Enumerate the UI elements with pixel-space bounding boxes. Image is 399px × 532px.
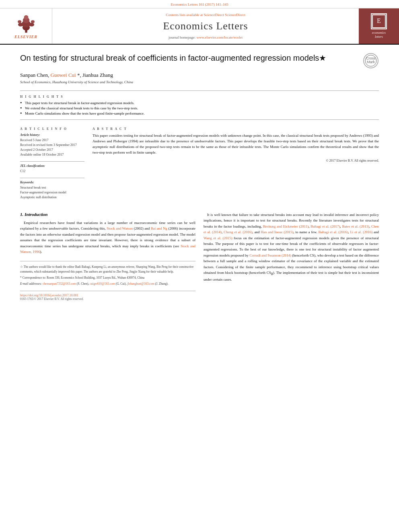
highlight-item-1: This paper tests for structural break in…	[20, 101, 379, 105]
keywords-label: Keywords:	[20, 181, 84, 184]
history-label: Article history:	[20, 133, 84, 137]
ref-corradi-swanson[interactable]: Corradi and Swanson (2014)	[249, 253, 291, 257]
received-date: Received 5 June 2017	[20, 138, 84, 143]
elsevier-tree-icon	[14, 14, 38, 34]
introduction-section: 1. Introduction Empirical researchers ha…	[20, 212, 379, 301]
ref-bates[interactable]: Bates et al. (2013)	[342, 224, 369, 228]
jel-code: C12	[20, 169, 84, 174]
keyword-1: Structural break test	[20, 185, 84, 190]
ref-baltagi-2017[interactable]: Baltagi et al. (2017)	[311, 224, 340, 228]
footnote-section: ☆ The authors would like to thank the ed…	[20, 261, 195, 301]
highlight-item-3: Monte Carlo simulations show that the te…	[20, 111, 379, 115]
journal-header-center: Contents lists available at ScienceDirec…	[52, 8, 359, 44]
svg-point-4	[24, 15, 28, 19]
svg-text:Mark: Mark	[367, 60, 375, 64]
ref-bai-ng[interactable]: Bai and Ng	[151, 226, 167, 230]
jel-label: JEL classification:	[20, 164, 84, 168]
sciencedirect-availability: Contents lists available at ScienceDirec…	[166, 13, 245, 17]
crossmark-svg: Cross Mark	[363, 53, 379, 69]
article-info-column: A R T I C L E I N F O Article history: R…	[20, 124, 84, 204]
available-date: Available online 18 October 2017	[20, 152, 84, 157]
authors: Sanpan Chen, Guowei Cui *, Jianhua Zhang	[20, 72, 379, 78]
svg-text:E: E	[377, 17, 381, 24]
article-info-label: A R T I C L E I N F O	[20, 127, 84, 131]
elsevier-wordmark: ELSEVIER	[14, 35, 37, 39]
journal-badge: E economics letters	[359, 8, 399, 44]
svg-point-8	[31, 20, 34, 23]
footnote-1: ☆ The authors would like to thank the ed…	[20, 265, 195, 274]
intro-right-column: It is well known that failure to take st…	[204, 212, 379, 301]
abstract-section: A B S T R A C T This paper considers tes…	[93, 124, 379, 204]
ref-stock-watson-2002[interactable]: Stock and Watson	[107, 226, 133, 230]
keyword-3: Asymptotic null distribution	[20, 195, 84, 200]
issn-copyright: 0165-1765/© 2017 Elsevier B.V. All right…	[20, 297, 195, 301]
keyword-2: Factor-augmented regression model	[20, 190, 84, 195]
ref-wang[interactable]: Wang et al. (2015)	[204, 236, 232, 240]
journal-homepage: journal homepage: www.elsevier.com/locat…	[169, 35, 243, 39]
doi-section: https://doi.org/10.1016/j.econlet.2017.1…	[20, 291, 195, 301]
footnote-2: * Correspondence to: Room 330, Economics…	[20, 275, 195, 280]
journal-reference-bar: Economics Letters 161 (2017) 141–145	[0, 0, 399, 8]
ref-han-inoue[interactable]: Han and Inoue (2015)	[261, 230, 293, 234]
info-abstract-divider	[20, 119, 379, 120]
ref-breitung[interactable]: Breitung and Eickmeier (2011)	[263, 224, 309, 228]
homepage-url[interactable]: www.elsevier.com/locate/ecolet	[197, 35, 243, 39]
highlights-label: H I G H L I G H T S	[20, 95, 379, 99]
svg-point-7	[18, 20, 21, 23]
crossmark-logo[interactable]: Cross Mark	[363, 53, 379, 69]
email-chen[interactable]: chensanpan7332@163.com	[43, 282, 76, 286]
svg-point-6	[29, 23, 34, 26]
highlight-item-2: We extend the classical structural break…	[20, 106, 379, 110]
ref-li[interactable]: Li et al. (2016)	[350, 230, 372, 234]
intro-heading: 1. Introduction	[20, 212, 195, 217]
badge-svg-icon: E	[372, 14, 386, 29]
abstract-text: This paper considers testing for structu…	[93, 133, 379, 156]
ref-cheng[interactable]: Cheng et al. (2016)	[224, 230, 252, 234]
svg-point-5	[18, 23, 23, 26]
highlights-list: This paper tests for structural break in…	[20, 101, 379, 115]
intro-para-2: It is well known that failure to take st…	[204, 212, 379, 282]
email-zhang[interactable]: jlzhanghust@163.com	[127, 282, 154, 286]
main-content: On testing for structural break of coeff…	[0, 45, 399, 309]
abstract-copyright: © 2017 Elsevier B.V. All rights reserved…	[93, 159, 379, 162]
author-cui[interactable]: Guowei Cui	[50, 72, 76, 78]
article-history: Article history: Received 5 June 2017 Re…	[20, 133, 84, 157]
author-zhang: Jianhua Zhang	[82, 72, 113, 78]
ref-stock-watson-1996[interactable]: Stock and Watson, 1996	[20, 244, 195, 254]
badge-label: economics letters	[372, 31, 386, 39]
doi-link[interactable]: https://doi.org/10.1016/j.econlet.2017.1…	[20, 294, 195, 297]
ref-baltagi-2016[interactable]: Baltagi et al. (2016)	[318, 230, 348, 234]
article-title: On testing for structural break of coeff…	[20, 53, 355, 63]
intro-para-1: Empirical researchers have found that va…	[20, 220, 195, 255]
intro-left-column: 1. Introduction Empirical researchers ha…	[20, 212, 195, 301]
affiliation: School of Economics, Huazhong University…	[20, 80, 379, 84]
info-divider-2	[20, 178, 84, 178]
sciencedirect-link-text[interactable]: ScienceDirect	[225, 13, 245, 17]
journal-title: Economics Letters	[163, 20, 248, 32]
revised-date: Received in revised form 3 September 201…	[20, 143, 84, 148]
elsevier-logo-section: ELSEVIER	[0, 8, 52, 44]
badge-icon: E	[371, 13, 387, 29]
elsevier-logo: ELSEVIER	[14, 14, 38, 39]
email-cui[interactable]: cuigw610@163.com	[90, 282, 115, 286]
highlights-top-divider	[20, 90, 379, 91]
journal-reference-text: Economics Letters 161 (2017) 141–145	[171, 2, 228, 6]
page: Economics Letters 161 (2017) 141–145	[0, 0, 399, 532]
article-title-section: On testing for structural break of coeff…	[20, 53, 379, 69]
footnote-emails: E-mail addresses: chensanpan7332@163.com…	[20, 281, 195, 286]
keywords-section: Keywords: Structural break test Factor-a…	[20, 181, 84, 200]
abstract-label: A B S T R A C T	[93, 127, 379, 131]
info-divider-1	[20, 161, 84, 162]
jel-section: JEL classification: C12	[20, 164, 84, 174]
info-abstract-section: A R T I C L E I N F O Article history: R…	[20, 124, 379, 204]
accepted-date: Accepted 2 October 2017	[20, 148, 84, 152]
journal-header: ELSEVIER Contents lists available at Sci…	[0, 8, 399, 45]
